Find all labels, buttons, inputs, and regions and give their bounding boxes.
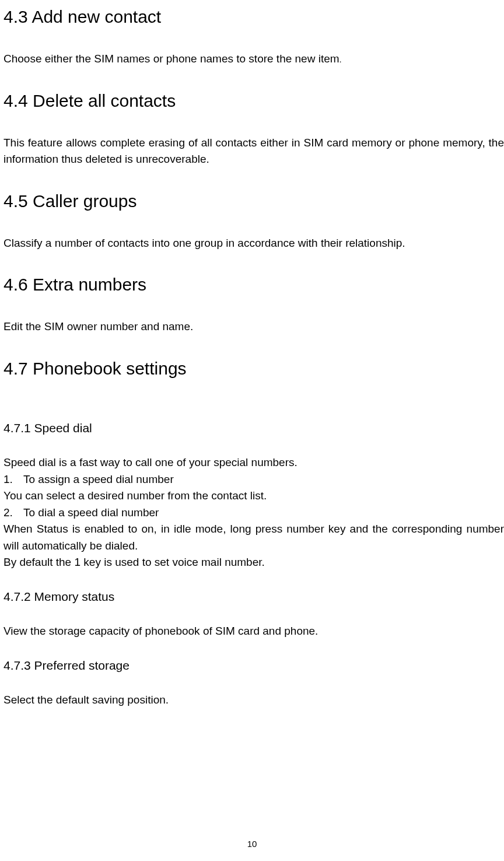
heading-4-4: 4.4 Delete all contacts	[4, 68, 504, 135]
heading-4-7: 4.7 Phonebook settings	[4, 335, 504, 402]
heading-4-3: 4.3 Add new contact	[4, 0, 504, 51]
para-4-4: This feature allows complete erasing of …	[4, 135, 504, 168]
heading-4-7-3: 4.7.3 Preferred storage	[4, 640, 504, 692]
heading-4-7-1: 4.7.1 Speed dial	[4, 402, 504, 455]
list-item-number: 2.	[4, 505, 23, 522]
text-4-3: Choose either the SIM names or phone nam…	[4, 52, 340, 65]
para-4-7-1-item1-body: You can select a desired number from the…	[4, 488, 504, 505]
para-4-7-3: Select the default saving position.	[4, 692, 504, 709]
para-4-3: Choose either the SIM names or phone nam…	[4, 51, 504, 68]
para-4-7-2: View the storage capacity of phonebook o…	[4, 623, 504, 640]
heading-4-6: 4.6 Extra numbers	[4, 251, 504, 318]
heading-4-7-2: 4.7.2 Memory status	[4, 571, 504, 624]
para-4-7-1-note: By default the 1 key is used to set voic…	[4, 554, 504, 571]
para-4-7-1-intro: Speed dial is a fast way to call one of …	[4, 454, 504, 471]
text-4-3-period: .	[340, 54, 342, 64]
para-4-6: Edit the SIM owner number and name.	[4, 318, 504, 335]
para-4-5: Classify a number of contacts into one g…	[4, 235, 504, 252]
list-item-text: To assign a speed dial number	[23, 471, 174, 488]
page-number: 10	[0, 838, 504, 851]
list-item-text: To dial a speed dial number	[23, 505, 159, 522]
heading-4-5: 4.5 Caller groups	[4, 168, 504, 235]
para-4-7-1-item2-body: When Status is enabled to on, in idle mo…	[4, 521, 504, 554]
list-item: 2. To dial a speed dial number	[4, 505, 504, 522]
list-item-number: 1.	[4, 471, 23, 488]
list-item: 1. To assign a speed dial number	[4, 471, 504, 488]
list-4-7-1: 1. To assign a speed dial number	[4, 471, 504, 488]
list-4-7-1-b: 2. To dial a speed dial number	[4, 505, 504, 522]
